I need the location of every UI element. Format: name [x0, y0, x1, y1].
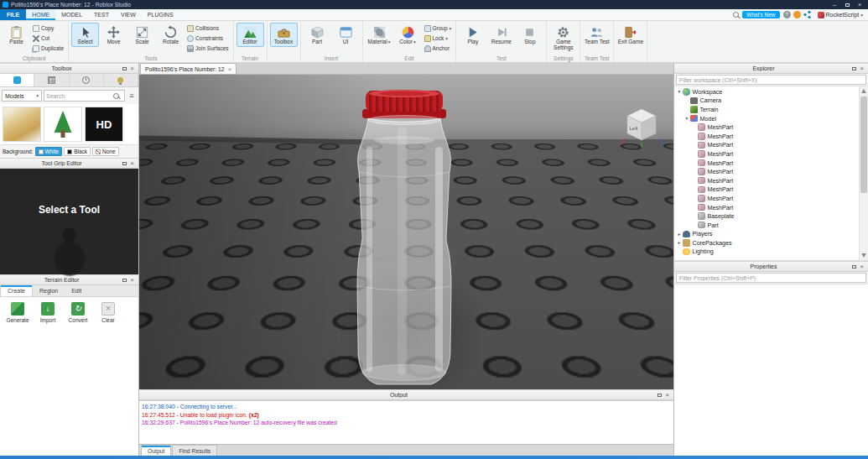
float-panel-icon[interactable]: [121, 275, 128, 284]
close-panel-icon[interactable]: ×: [128, 159, 136, 168]
tree-item-model[interactable]: ▾Model: [674, 114, 859, 123]
inventory-tab[interactable]: [34, 74, 69, 86]
duplicate-button[interactable]: Duplicate: [31, 44, 65, 53]
terrain-editor-button[interactable]: Editor: [236, 23, 264, 47]
float-panel-icon[interactable]: [121, 159, 128, 168]
bottle-model[interactable]: [349, 88, 466, 389]
cut-button[interactable]: Cut: [31, 34, 65, 43]
float-panel-icon[interactable]: [121, 64, 128, 73]
tab-region[interactable]: Region: [33, 285, 65, 296]
toolbox-button[interactable]: Toolbox: [270, 23, 298, 47]
close-panel-icon[interactable]: ×: [128, 64, 136, 73]
join-surfaces-toggle[interactable]: Join Surfaces: [185, 44, 230, 53]
import-button[interactable]: ↓Import: [35, 302, 60, 323]
recent-tab[interactable]: [70, 74, 104, 86]
clear-button[interactable]: ×Clear: [96, 302, 121, 323]
tree-item-corepackages[interactable]: ▸CorePackages: [674, 238, 859, 248]
background-white-option[interactable]: White: [35, 147, 63, 156]
tree-item-meshpart[interactable]: MeshPart: [674, 159, 859, 168]
view-cube[interactable]: Left: [618, 105, 665, 149]
select-tool-button[interactable]: Select: [71, 23, 99, 47]
group-button[interactable]: Group▾: [423, 23, 454, 33]
float-panel-icon[interactable]: [850, 64, 858, 73]
color-button[interactable]: Color▾: [394, 23, 422, 47]
scroll-up-icon[interactable]: [861, 89, 866, 93]
window-close-button[interactable]: ×: [854, 1, 865, 8]
stop-button[interactable]: Stop: [516, 23, 543, 47]
anchor-button[interactable]: Anchor: [423, 44, 454, 53]
background-black-option[interactable]: Black: [64, 147, 91, 156]
menu-test[interactable]: TEST: [88, 9, 115, 20]
tree-item-meshpart[interactable]: MeshPart: [674, 194, 859, 203]
tree-item-meshpart[interactable]: MeshPart: [674, 132, 859, 141]
tree-item-meshpart[interactable]: MeshPart: [674, 141, 859, 150]
collapse-icon[interactable]: ▾: [683, 116, 690, 121]
model-thumbnail-hd[interactable]: HD: [85, 107, 123, 142]
tree-item-meshpart[interactable]: MeshPart: [674, 167, 859, 176]
convert-button[interactable]: ↻Convert: [65, 302, 91, 323]
game-settings-button[interactable]: Game Settings: [549, 23, 577, 53]
close-panel-icon[interactable]: ×: [128, 275, 136, 284]
tree-item-meshpart[interactable]: MeshPart: [674, 176, 859, 185]
tree-item-lighting[interactable]: Lighting: [674, 248, 859, 257]
category-dropdown[interactable]: Models ▾: [2, 90, 42, 102]
explorer-scrollbar[interactable]: [859, 86, 868, 260]
constraints-toggle[interactable]: Constraints: [185, 34, 230, 43]
tree-item-meshpart[interactable]: MeshPart: [674, 123, 859, 132]
toolbox-search-input[interactable]: [46, 93, 113, 99]
output-log[interactable]: 16:27:38.040 - Connecting to server... 1…: [139, 400, 673, 444]
menu-view[interactable]: VIEW: [115, 9, 142, 20]
tab-create[interactable]: Create: [0, 285, 33, 296]
close-panel-icon[interactable]: ×: [858, 262, 865, 271]
material-button[interactable]: Material▾: [366, 23, 393, 47]
tree-item-baseplate[interactable]: Baseplate: [674, 211, 859, 221]
close-panel-icon[interactable]: ×: [663, 390, 671, 399]
tab-close-icon[interactable]: ×: [228, 65, 232, 73]
close-panel-icon[interactable]: ×: [858, 64, 865, 73]
tree-item-terrain[interactable]: Terrain: [674, 105, 859, 114]
tree-item-meshpart[interactable]: MeshPart: [674, 203, 859, 212]
copy-button[interactable]: Copy: [31, 23, 65, 33]
ideas-tab[interactable]: [104, 74, 138, 86]
menu-model[interactable]: MODEL: [55, 9, 88, 20]
tree-item-meshpart[interactable]: MeshPart: [674, 149, 859, 159]
ui-button[interactable]: UI: [332, 23, 360, 47]
search-icon[interactable]: [113, 93, 119, 99]
find-results-tab[interactable]: Find Results: [172, 445, 217, 456]
filter-options-icon[interactable]: ≡: [127, 91, 137, 100]
help-icon[interactable]: ?: [783, 11, 791, 18]
tree-item-players[interactable]: ▸Players: [674, 230, 859, 239]
tree-item-camera[interactable]: Camera: [674, 96, 859, 106]
tool-grip-editor-body[interactable]: Select a Tool: [0, 169, 138, 274]
rocketscript-plugin-button[interactable]: RocketScript ▾: [813, 9, 868, 20]
properties-filter-input[interactable]: [676, 273, 866, 283]
model-thumbnail-1[interactable]: [3, 107, 41, 142]
play-button[interactable]: Play: [459, 23, 486, 47]
menu-home[interactable]: HOME: [26, 9, 55, 20]
menu-plugins[interactable]: PLUGINS: [142, 9, 179, 20]
collapse-icon[interactable]: ▾: [676, 89, 683, 94]
lock-button[interactable]: Lock▾: [423, 34, 454, 43]
model-thumbnail-tree[interactable]: [44, 107, 82, 142]
expand-icon[interactable]: ▸: [676, 232, 683, 237]
scrollbar-thumb[interactable]: [860, 96, 867, 193]
search-icon[interactable]: [733, 12, 739, 18]
expand-icon[interactable]: ▸: [676, 240, 683, 245]
part-button[interactable]: Part: [304, 23, 331, 47]
float-panel-icon[interactable]: [850, 262, 858, 271]
collisions-toggle[interactable]: Collisions: [185, 23, 230, 33]
menu-file[interactable]: FILE: [0, 9, 26, 20]
tab-edit[interactable]: Edit: [65, 285, 88, 296]
tree-item-workspace[interactable]: ▾Workspace: [674, 87, 859, 96]
resume-button[interactable]: Resume: [487, 23, 515, 47]
scroll-down-icon[interactable]: [861, 253, 866, 258]
share-icon[interactable]: [803, 11, 811, 18]
place-tab[interactable]: Pollito1596's Place Number: 12 ×: [140, 63, 236, 74]
team-test-button[interactable]: Team Test: [583, 23, 611, 47]
background-none-option[interactable]: None: [92, 147, 119, 156]
whats-new-button[interactable]: What's New: [742, 11, 779, 18]
output-tab[interactable]: Output: [141, 445, 171, 456]
explorer-filter-input[interactable]: [676, 75, 866, 85]
viewport-canvas[interactable]: Left: [139, 75, 673, 389]
tree-item-meshpart[interactable]: MeshPart: [674, 185, 859, 195]
